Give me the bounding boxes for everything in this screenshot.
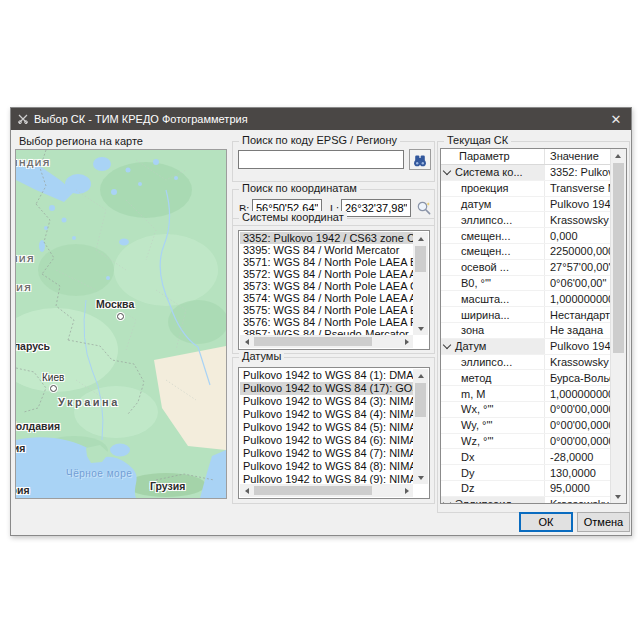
scroll-up-button[interactable] [611,149,625,162]
datum-item[interactable]: Pulkovo 1942 to WGS 84 (5): NIMA-Cze [240,421,413,434]
property-row[interactable]: Dy130,0000 [441,465,611,481]
coord-system-item[interactable]: 3571: WGS 84 / North Pole LAEA Bering Se… [240,256,413,268]
property-row[interactable]: ДатумPulkovo 1942 [441,339,611,355]
scroll-thumb[interactable] [254,486,372,495]
datum-item[interactable]: Pulkovo 1942 to WGS 84 (1): DMA-Rus [240,369,413,382]
value-cell: 0°00'00,0000000" [545,434,611,449]
coord-system-item[interactable]: 3857: WGS 84 / Pseudo-Mercator [240,328,413,335]
datum-item[interactable]: Pulkovo 1942 to WGS 84 (9): NIMA-Rom [240,473,413,484]
datum-item[interactable]: Pulkovo 1942 to WGS 84 (4): NIMA-Pol [240,408,413,421]
datum-item[interactable]: Pulkovo 1942 to WGS 84 (17): GOST-Rus [240,382,413,395]
scroll-right-button[interactable] [400,335,413,348]
value-cell: Krassowsky 1940 [545,212,611,227]
coord-systems-list[interactable]: 3352: Pulkovo 1942 / CS63 zone C23395: W… [238,230,430,350]
map-label: ФИНЛЯНДИЯ [15,158,51,168]
param-cell: осевой ... [441,260,545,275]
close-button[interactable]: ✕ [601,108,631,130]
datums-hscrollbar[interactable] [240,484,413,497]
property-row[interactable]: Wy, °'"0°00'00,0000000" [441,418,611,434]
coord-system-item[interactable]: 3572: WGS 84 / North Pole LAEA Alaska [240,268,413,280]
l-coordinate-input[interactable] [341,199,411,217]
title-bar[interactable]: Выбор СК - ТИМ КРЕДО Фотограмметрия ✕ [11,108,631,130]
property-row[interactable]: смещен...2250000,000 [441,244,611,260]
app-icon [17,113,29,125]
datum-item[interactable]: Pulkovo 1942 to WGS 84 (7): NIMA-Kaz [240,447,413,460]
datums-list[interactable]: Pulkovo 1942 to WGS 84 (1): DMA-RusPulko… [238,367,430,499]
coord-system-item[interactable]: 3395: WGS 84 / World Mercator [240,244,413,256]
property-row[interactable]: зонаНе задана [441,323,611,339]
scroll-thumb[interactable] [415,383,426,417]
property-row[interactable]: эллипсо...Krassowsky 1940 [441,212,611,228]
scroll-up-button[interactable] [413,369,428,382]
scroll-thumb[interactable] [613,163,624,353]
map-label: Болгария [15,484,30,496]
epsg-search-input[interactable] [238,150,404,169]
coord-system-item[interactable]: 3573: WGS 84 / North Pole LAEA Canada [240,280,413,292]
value-cell: Бурса-Вольфа [545,370,611,385]
param-cell: масшта... [441,291,545,306]
cancel-button[interactable]: Отмена [577,512,630,532]
property-row[interactable]: Dx-28,0000 [441,449,611,465]
property-row[interactable]: ширина...Нестандартная [441,307,611,323]
scroll-thumb[interactable] [415,246,426,272]
property-row[interactable]: m, M1,000000000000 [441,386,611,402]
property-row[interactable]: Wz, °'"0°00'00,0000000" [441,434,611,450]
coord-systems-label: Системы координат [239,211,347,223]
map-label: Киев [42,372,64,383]
property-row[interactable]: Система ко...3352: Pulkovo 1942 / CS63 .… [441,165,611,181]
property-row[interactable]: B0, °'"0°06'00,00" [441,276,611,292]
datum-item[interactable]: Pulkovo 1942 to WGS 84 (3): NIMA-Hun [240,395,413,408]
scroll-left-button[interactable] [240,335,253,348]
property-row[interactable]: Dz95,0000 [441,481,611,497]
coord-system-item[interactable]: 3575: WGS 84 / North Pole LAEA Europe [240,304,413,316]
value-cell: 27°57'00,00" [545,260,611,275]
value-cell: 1,000000000000 [545,291,611,306]
coord-system-item[interactable]: 3574: WGS 84 / North Pole LAEA Atlantic [240,292,413,304]
coord-systems-vscrollbar[interactable] [413,232,428,335]
param-cell: зона [441,323,545,338]
datum-item[interactable]: Pulkovo 1942 to WGS 84 (8): NIMA-Alb [240,460,413,473]
expand-chevron-icon[interactable] [443,341,451,349]
coord-system-item[interactable]: 3352: Pulkovo 1942 / CS63 zone C2 [240,232,413,244]
param-cell: ширина... [441,307,545,322]
property-row[interactable]: проекцияTransverse Mercator [441,181,611,197]
current-cs-table[interactable]: Параметр Значение Система ко...3352: Pul… [440,148,627,504]
coord-search-label: Поиск по координатам [239,182,360,194]
scroll-up-button[interactable] [413,232,428,245]
scroll-down-button[interactable] [611,490,625,503]
expand-chevron-icon[interactable] [443,499,451,503]
scroll-down-button[interactable] [413,471,428,484]
region-map[interactable]: ФИНЛЯНДИЯЭСТОНИЯЛАТВИЯБеларусьКиевУкраин… [15,149,227,499]
param-cell: Система ко... [441,165,545,180]
scroll-thumb[interactable] [254,337,372,346]
param-cell: эллипсо... [441,355,545,370]
scroll-left-button[interactable] [240,484,253,497]
param-column-header[interactable]: Параметр [441,149,545,164]
value-column-header[interactable]: Значение [545,149,611,164]
ok-button[interactable]: ОК [519,512,573,532]
property-row[interactable]: эллипсо...Krassowsky 1940 [441,355,611,371]
value-cell: 130,0000 [545,465,611,480]
datums-vscrollbar[interactable] [413,369,428,484]
coord-search-button[interactable] [415,199,433,217]
property-row[interactable]: масшта...1,000000000000 [441,291,611,307]
value-cell: Krassowsky 1940 [545,355,611,370]
scroll-down-button[interactable] [413,322,428,335]
property-row[interactable]: смещен...0,000 [441,228,611,244]
property-row[interactable]: датумPulkovo 1942 [441,197,611,213]
property-row[interactable]: методБурса-Вольфа [441,370,611,386]
epsg-search-button[interactable] [409,149,431,170]
datum-item[interactable]: Pulkovo 1942 to WGS 84 (6): NIMA-Lva [240,434,413,447]
coord-system-item[interactable]: 3576: WGS 84 / North Pole LAEA Russia [240,316,413,328]
scroll-right-button[interactable] [400,484,413,497]
expand-chevron-icon[interactable] [443,167,451,175]
param-cell: m, M [441,386,545,401]
datums-rows: Pulkovo 1942 to WGS 84 (1): DMA-RusPulko… [240,369,413,484]
coord-systems-hscrollbar[interactable] [240,335,413,348]
epsg-search-group: Поиск по коду EPSG / Региону [232,141,435,182]
table-vscrollbar[interactable] [610,149,626,503]
property-row[interactable]: осевой ...27°57'00,00" [441,260,611,276]
property-row[interactable]: ЭллипсоидKrassowsky 1940 [441,497,611,503]
property-row[interactable]: Wx, °'"0°00'00,0000000" [441,402,611,418]
epsg-search-label: Поиск по коду EPSG / Региону [239,134,400,146]
